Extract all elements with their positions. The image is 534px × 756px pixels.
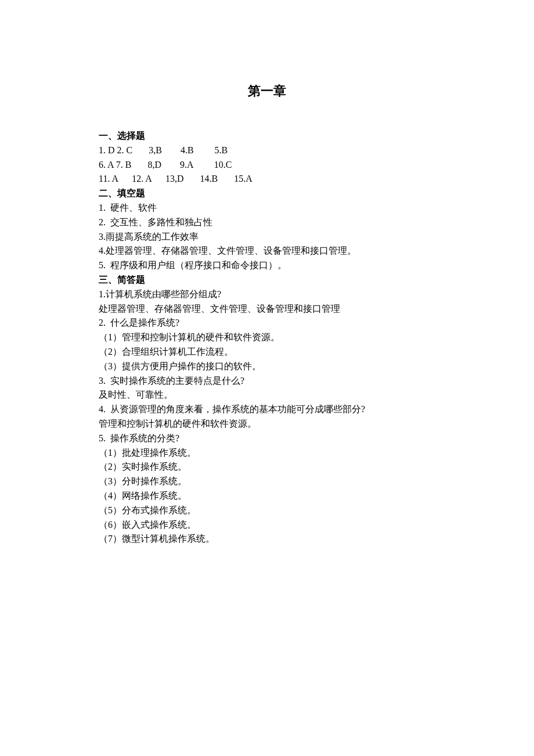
text-line: （5）分布式操作系统。 (99, 503, 435, 518)
text-line: 1. 硬件、软件 (99, 201, 435, 215)
section-3-heading: 三、简答题 (99, 273, 435, 287)
text-line: 处理器管理、存储器管理、文件管理、设备管理和接口管理 (99, 302, 435, 316)
chapter-title: 第一章 (99, 81, 435, 101)
text-line: 1. D 2. C 3,B 4.B 5.B (99, 143, 435, 158)
section-1: 一、选择题 1. D 2. C 3,B 4.B 5.B 6. A 7. B 8,… (99, 129, 435, 186)
section-1-heading: 一、选择题 (99, 129, 435, 143)
text-line: 1.计算机系统由哪些部分组成? (99, 287, 435, 302)
text-line: 2. 什么是操作系统? (99, 316, 435, 330)
text-line: （1）管理和控制计算机的硬件和软件资源。 (99, 330, 435, 345)
text-line: （6）嵌入式操作系统。 (99, 518, 435, 532)
text-line: 管理和控制计算机的硬件和软件资源。 (99, 417, 435, 431)
text-line: 3. 实时操作系统的主要特点是什么? (99, 374, 435, 388)
text-line: 3.雨提高系统的工作效率 (99, 230, 435, 244)
section-2: 二、填空题 1. 硬件、软件 2. 交互性、多路性和独占性 3.雨提高系统的工作… (99, 186, 435, 273)
text-line: 11. A 12. A 13,D 14.B 15.A (99, 172, 435, 186)
text-line: （7）微型计算机操作系统。 (99, 532, 435, 546)
section-3: 三、简答题 1.计算机系统由哪些部分组成? 处理器管理、存储器管理、文件管理、设… (99, 273, 435, 546)
text-line: 4.处理器管理、存储器管理、文件管理、设备管理和接口管理。 (99, 244, 435, 258)
text-line: 6. A 7. B 8,D 9.A 10.C (99, 158, 435, 172)
text-line: 4. 从资源管理的角度来看，操作系统的基本功能可分成哪些部分? (99, 402, 435, 417)
text-line: （3）分时操作系统。 (99, 474, 435, 489)
text-line: 5. 程序级和用户组（程序接口和命令接口）。 (99, 258, 435, 273)
text-line: （2）合理组织计算机工作流程。 (99, 345, 435, 359)
text-line: （1）批处理操作系统。 (99, 446, 435, 460)
text-line: （4）网络操作系统。 (99, 489, 435, 503)
text-line: （3）提供方便用户操作的接口的软件。 (99, 359, 435, 374)
text-line: 5. 操作系统的分类? (99, 431, 435, 446)
text-line: （2）实时操作系统。 (99, 460, 435, 474)
text-line: 2. 交互性、多路性和独占性 (99, 215, 435, 230)
text-line: 及时性、可靠性。 (99, 388, 435, 402)
section-2-heading: 二、填空题 (99, 186, 435, 201)
